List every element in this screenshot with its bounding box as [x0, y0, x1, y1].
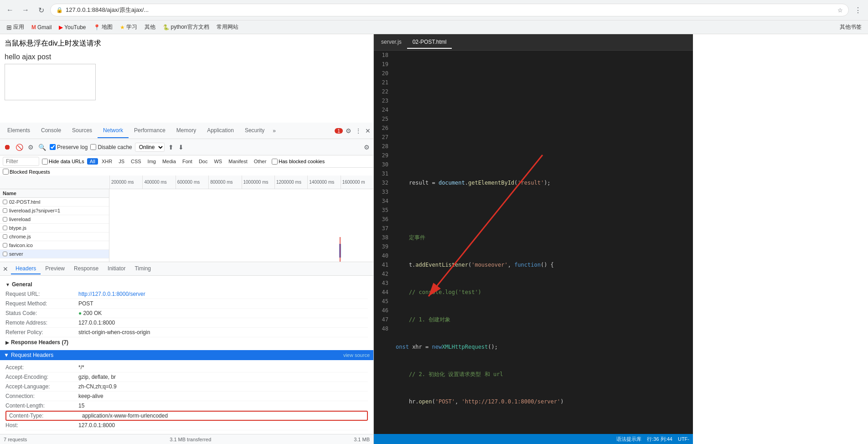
detail-tab-preview[interactable]: Preview	[41, 263, 69, 274]
bookmark-youtube[interactable]: ▶ YouTube	[56, 23, 88, 31]
filter-toggle-button[interactable]: ⚙	[27, 143, 35, 152]
preserve-log-label[interactable]: Preserve log	[50, 144, 88, 150]
disable-cache-checkbox[interactable]	[90, 144, 96, 150]
req-header-accept-encoding: Accept-Encoding: gzip, deflate, br	[5, 372, 368, 382]
resources-size: 3.1 MB	[354, 437, 370, 442]
file-item-3[interactable]: btype.js	[0, 224, 109, 232]
file-item-5[interactable]: favicon.ico	[0, 241, 109, 250]
code-tab-post[interactable]: 02-POST.html	[407, 36, 452, 49]
filter-other[interactable]: Other	[251, 158, 269, 165]
file-item-0[interactable]: 02-POST.html	[0, 198, 109, 207]
filter-types: All XHR JS CSS Img Media Font Doc WS Man…	[87, 158, 269, 165]
preserve-log-checkbox[interactable]	[50, 144, 56, 150]
settings-button[interactable]: ⚙	[345, 126, 352, 135]
star-icon[interactable]: ☆	[837, 7, 843, 14]
line-31	[396, 424, 689, 434]
detail-tab-initiator[interactable]: Initiator	[103, 263, 130, 274]
bookmark-study[interactable]: ★ 学习	[117, 22, 140, 32]
address-bar[interactable]: 🔒 127.0.0.1:8848/ajax/原生ajax/... ☆	[50, 4, 849, 16]
clear-button[interactable]: 🚫	[15, 143, 24, 152]
bookmark-gmail[interactable]: M Gmail	[29, 23, 54, 31]
tab-sources[interactable]: Sources	[67, 124, 98, 138]
code-tab-server[interactable]: server.js	[376, 36, 407, 49]
extensions-button[interactable]: ⋮	[852, 4, 864, 16]
req-header-connection: Connection: keep-alive	[5, 392, 368, 401]
filter-css[interactable]: CSS	[128, 158, 144, 165]
page-content-panel: 当鼠标悬浮在div上时发送请求 hello ajax post Elements…	[0, 34, 374, 444]
line-26: // console.log('test')	[396, 288, 689, 297]
bookmark-common[interactable]: 常用网站	[214, 22, 241, 32]
bookmark-maps[interactable]: 📍 地图	[91, 22, 115, 32]
close-devtools-button[interactable]: ✕	[364, 126, 372, 135]
syntax-hint-label: 语法提示库	[616, 436, 641, 443]
network-settings-button[interactable]: ⚙	[363, 143, 371, 152]
encoding-label: UTF-	[678, 436, 689, 442]
detail-tab-response[interactable]: Response	[69, 263, 103, 274]
search-button[interactable]: 🔍	[37, 143, 47, 152]
view-source-button[interactable]: view source	[343, 352, 370, 358]
detail-tab-timing[interactable]: Timing	[130, 263, 155, 274]
req-header-accept: Accept: */*	[5, 363, 368, 372]
forward-button[interactable]: →	[19, 4, 32, 16]
tab-console[interactable]: Console	[36, 124, 67, 138]
detail-tab-headers[interactable]: Headers	[11, 263, 41, 274]
tab-security[interactable]: Security	[239, 124, 270, 138]
has-blocked-cookies-checkbox[interactable]	[272, 159, 278, 165]
disable-cache-label[interactable]: Disable cache	[90, 144, 132, 150]
filter-input[interactable]	[3, 157, 39, 166]
response-headers-section[interactable]: ▶ Response Headers (7)	[5, 337, 368, 347]
filter-font[interactable]: Font	[180, 158, 195, 165]
more-tabs-button[interactable]: »	[271, 126, 278, 136]
hide-data-urls-label[interactable]: Hide data URLs	[42, 159, 84, 165]
req-header-content-length: Content-Length: 15	[5, 401, 368, 411]
general-section-header[interactable]: ▼ General	[5, 279, 368, 289]
back-button[interactable]: ←	[4, 4, 16, 16]
has-blocked-cookies-label[interactable]: Has blocked cookies	[272, 159, 325, 165]
bookmark-other[interactable]: 其他	[142, 22, 158, 32]
blocked-requests-checkbox[interactable]	[3, 169, 9, 175]
record-button[interactable]: ⏺	[3, 142, 12, 152]
bookmark-more[interactable]: 其他书签	[837, 22, 864, 32]
file-item-4[interactable]: chrome.js	[0, 232, 109, 241]
filter-all[interactable]: All	[87, 158, 98, 165]
filter-media[interactable]: Media	[160, 158, 179, 165]
page-body: 当鼠标悬浮在div上时发送请求 hello ajax post	[0, 34, 373, 123]
filter-js[interactable]: JS	[116, 158, 127, 165]
tick-200k: 200000 ms	[109, 176, 142, 189]
file-item-1[interactable]: livereload.js?snipver=1	[0, 207, 109, 215]
request-headers-header: ▼ Request Headers view source	[0, 350, 373, 360]
tab-memory[interactable]: Memory	[171, 124, 202, 138]
filter-manifest[interactable]: Manifest	[226, 158, 250, 165]
tab-performance[interactable]: Performance	[129, 124, 171, 138]
filter-xhr[interactable]: XHR	[99, 158, 115, 165]
main-area: 当鼠标悬浮在div上时发送请求 hello ajax post Elements…	[0, 34, 868, 444]
file-item-6[interactable]: server	[0, 250, 109, 258]
req-header-host: Host: 127.0.0.1:8000	[5, 421, 368, 430]
filter-ws[interactable]: WS	[211, 158, 225, 165]
filter-doc[interactable]: Doc	[196, 158, 211, 165]
download-button[interactable]: ⬇	[177, 143, 185, 152]
blocked-requests-label[interactable]: Blocked Requests	[3, 169, 50, 175]
devtools-menu-button[interactable]: ⋮	[354, 126, 362, 135]
bookmarks-bar: ⊞ 应用 M Gmail ▶ YouTube 📍 地图 ★ 学习 其他 🐍 py…	[0, 20, 868, 34]
tab-network[interactable]: Network	[98, 124, 129, 138]
req-header-accept-language: Accept-Language: zh-CN,zh;q=0.9	[5, 382, 368, 392]
file-item-2[interactable]: livereload	[0, 215, 109, 224]
tab-elements[interactable]: Elements	[2, 124, 36, 138]
filter-img[interactable]: Img	[145, 158, 159, 165]
code-body: 18 19 20 21 22 23 24 25 26 27 28 29 30 3…	[374, 51, 693, 434]
detail-row-remote: Remote Address: 127.0.0.1:8000	[5, 318, 368, 328]
bookmark-apps[interactable]: ⊞ 应用	[4, 22, 27, 32]
tick-1400k: 1400000 ms	[307, 176, 340, 189]
bookmark-python[interactable]: 🐍 python官方文档	[160, 22, 212, 32]
detail-close-button[interactable]: ✕	[3, 265, 8, 273]
upload-button[interactable]: ⬆	[167, 143, 175, 152]
tick-1600k: 1600000 m	[341, 176, 373, 189]
throttle-select[interactable]: Online	[135, 143, 165, 152]
request-headers-arrow: ▼	[4, 352, 9, 358]
hide-data-urls-checkbox[interactable]	[42, 159, 48, 165]
reload-button[interactable]: ↻	[35, 4, 47, 16]
tab-application[interactable]: Application	[202, 124, 239, 138]
devtools-panel: Elements Console Sources Network Perform…	[0, 123, 373, 444]
filter-bar: Hide data URLs All XHR JS CSS Img Media …	[0, 155, 373, 168]
